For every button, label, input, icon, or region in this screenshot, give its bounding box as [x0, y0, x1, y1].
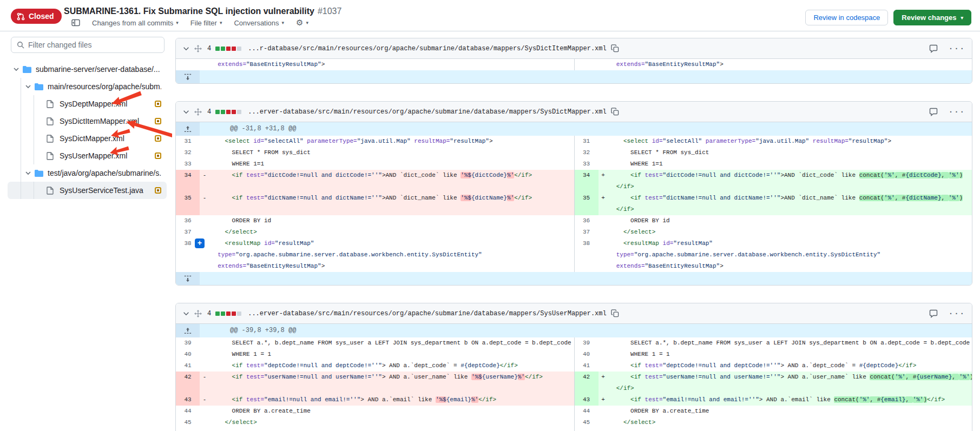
drag-file-handle-icon[interactable] — [194, 310, 202, 317]
line-number[interactable]: 39 — [176, 337, 200, 349]
line-number[interactable] — [575, 204, 598, 215]
copy-path-icon[interactable] — [611, 44, 619, 52]
drag-file-handle-icon[interactable] — [194, 108, 202, 116]
line-number[interactable]: 41 — [176, 360, 200, 372]
changes-from-label: Changes from all commits — [92, 19, 173, 27]
file-path[interactable]: ...r-database/src/main/resources/org/apa… — [248, 45, 607, 52]
line-number[interactable]: 37 — [575, 227, 598, 238]
line-number[interactable]: 35 — [575, 193, 598, 204]
sidebar-file-sysdictitemmapper-xml[interactable]: SysDictItemMapper.xml — [8, 112, 167, 130]
diff-old-side: extends="BaseEntityResultMap"> — [176, 59, 574, 70]
line-number[interactable]: 33 — [176, 158, 200, 170]
line-number[interactable]: 43 — [575, 394, 598, 406]
line-number[interactable]: 34 — [176, 170, 200, 181]
expand-up-button[interactable] — [176, 122, 200, 136]
sidebar-file-sysusermapper-xml[interactable]: SysUserMapper.xml — [8, 147, 167, 164]
review-changes-button[interactable]: Review changes▾ — [893, 10, 971, 25]
collapse-file-chevron-icon[interactable] — [182, 108, 190, 116]
modified-status-icon — [155, 152, 161, 159]
add-line-comment-button[interactable]: + — [195, 238, 205, 248]
line-number[interactable]: 37 — [176, 227, 200, 238]
line-number[interactable]: 45 — [575, 417, 598, 428]
code-line: SELECT a.*, b.dept_name FROM sys_user a … — [209, 337, 574, 349]
line-number[interactable]: 45 — [176, 417, 200, 428]
line-number[interactable]: 40 — [176, 349, 200, 360]
sidebar-file-sysdictmapper-xml[interactable]: SysDictMapper.xml — [8, 130, 167, 147]
diff-new-side: type="org.apache.submarine.server.databa… — [574, 249, 972, 261]
line-number[interactable]: 32 — [575, 147, 598, 158]
code-line: <if test="email!=null and email!=''"> AN… — [209, 394, 574, 406]
line-number[interactable]: 41 — [575, 360, 598, 372]
line-number[interactable] — [575, 383, 598, 394]
kebab-menu-icon[interactable]: ··· — [949, 44, 965, 53]
diff-sign — [598, 215, 608, 227]
line-number[interactable]: 46 — [176, 428, 200, 431]
chevron-down-icon[interactable] — [12, 66, 21, 72]
line-number[interactable]: 33 — [575, 158, 598, 170]
line-number[interactable]: 46 — [575, 428, 598, 431]
line-number[interactable]: 39 — [575, 337, 598, 349]
line-number[interactable]: 36 — [575, 215, 598, 227]
file-path[interactable]: ...erver-database/src/main/resources/org… — [248, 310, 607, 317]
sidebar-file-sysuserservicetest-java[interactable]: SysUserServiceTest.java — [8, 182, 167, 199]
collapse-file-chevron-icon[interactable] — [182, 45, 190, 52]
diff-new-side: 31 <select id="selectAll" parameterType=… — [574, 136, 972, 147]
drag-file-handle-icon[interactable] — [194, 45, 202, 52]
line-number[interactable]: 42 — [176, 372, 200, 383]
chevron-down-icon: ▾ — [220, 20, 222, 25]
diff-sign — [200, 59, 209, 70]
code-line: type="org.apache.submarine.server.databa… — [608, 249, 972, 261]
line-number[interactable]: 44 — [575, 406, 598, 417]
line-number[interactable] — [575, 181, 598, 193]
comment-icon[interactable] — [929, 44, 938, 53]
line-number[interactable]: 38+ — [176, 238, 200, 249]
line-number[interactable] — [575, 59, 598, 70]
file-path[interactable]: ...erver-database/src/main/resources/org… — [248, 108, 607, 116]
line-number[interactable] — [176, 204, 200, 215]
sidebar-toggle-icon[interactable] — [71, 18, 80, 27]
line-number[interactable]: 44 — [176, 406, 200, 417]
conversations-dropdown[interactable]: Conversations▾ — [234, 19, 284, 27]
changes-from-dropdown[interactable]: Changes from all commits▾ — [92, 19, 179, 27]
expand-down-button[interactable] — [176, 272, 200, 285]
line-number[interactable]: 43 — [176, 394, 200, 406]
line-number[interactable] — [176, 181, 200, 193]
line-number[interactable] — [176, 59, 200, 70]
file-filter-dropdown[interactable]: File filter▾ — [190, 19, 222, 27]
sidebar-file-sysdeptmapper-xml[interactable]: SysDeptMapper.xml — [8, 95, 167, 112]
sidebar-folder-main-resources-org-apache-subm-[interactable]: main/resources/org/apache/subm... — [8, 78, 167, 95]
line-number[interactable]: 38 — [575, 238, 598, 249]
expand-up-button[interactable] — [176, 324, 200, 337]
line-number[interactable] — [575, 249, 598, 261]
comment-icon[interactable] — [929, 108, 938, 116]
file-filter-input[interactable] — [28, 41, 159, 49]
sidebar-folder-test-java-org-apache-submarine-s-[interactable]: test/java/org/apache/submarine/s... — [8, 164, 167, 182]
line-number[interactable]: 36 — [176, 215, 200, 227]
line-number[interactable]: 32 — [176, 147, 200, 158]
kebab-menu-icon[interactable]: ··· — [949, 108, 965, 116]
file-filter-box[interactable] — [11, 37, 165, 53]
diff-row: 39 SELECT a.*, b.dept_name FROM sys_user… — [176, 337, 972, 349]
diff-settings-dropdown[interactable]: ⚙▾ — [296, 18, 308, 28]
line-number[interactable]: 31 — [176, 136, 200, 147]
kebab-menu-icon[interactable]: ··· — [949, 309, 965, 318]
chevron-down-icon[interactable] — [24, 83, 32, 90]
line-number[interactable] — [575, 261, 598, 272]
line-number[interactable] — [176, 249, 200, 261]
line-number[interactable]: 35 — [176, 193, 200, 204]
collapse-file-chevron-icon[interactable] — [182, 310, 190, 317]
sidebar-folder-submarine-server-server-database-[interactable]: submarine-server/server-database/... — [8, 61, 167, 78]
chevron-down-icon[interactable] — [24, 170, 32, 176]
copy-path-icon[interactable] — [611, 108, 619, 116]
diff-sign — [598, 428, 608, 431]
expand-down-button[interactable] — [176, 70, 200, 83]
copy-path-icon[interactable] — [611, 309, 619, 317]
line-number[interactable] — [176, 383, 200, 394]
line-number[interactable] — [176, 261, 200, 272]
line-number[interactable]: 31 — [575, 136, 598, 147]
line-number[interactable]: 42 — [575, 372, 598, 383]
line-number[interactable]: 34 — [575, 170, 598, 181]
review-in-codespace-button[interactable]: Review in codespace — [805, 10, 888, 25]
line-number[interactable]: 40 — [575, 349, 598, 360]
comment-icon[interactable] — [929, 309, 938, 318]
